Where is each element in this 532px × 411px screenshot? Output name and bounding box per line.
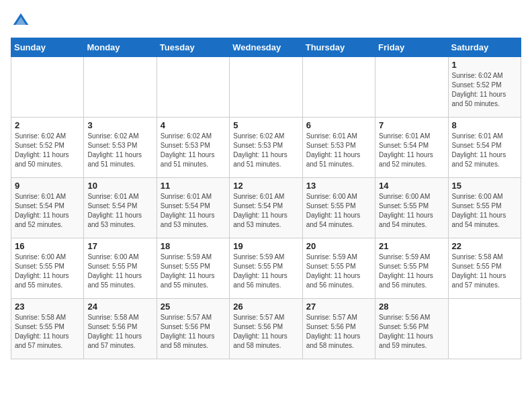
calendar-cell: 26Sunrise: 5:57 AM Sunset: 5:56 PM Dayli… [230, 299, 302, 359]
calendar-cell: 3Sunrise: 6:02 AM Sunset: 5:53 PM Daylig… [84, 118, 157, 178]
calendar-cell: 8Sunrise: 6:01 AM Sunset: 5:54 PM Daylig… [448, 118, 521, 178]
calendar-cell: 5Sunrise: 6:02 AM Sunset: 5:53 PM Daylig… [230, 118, 302, 178]
day-info: Sunrise: 6:00 AM Sunset: 5:55 PM Dayligh… [452, 192, 517, 230]
day-info: Sunrise: 6:02 AM Sunset: 5:53 PM Dayligh… [161, 132, 226, 169]
day-number: 3 [87, 120, 152, 130]
calendar-cell: 28Sunrise: 5:56 AM Sunset: 5:56 PM Dayli… [375, 299, 448, 359]
weekday-header-thursday: Thursday [302, 38, 375, 57]
weekday-header-sunday: Sunday [11, 38, 84, 57]
calendar-cell: 4Sunrise: 6:02 AM Sunset: 5:53 PM Daylig… [157, 118, 229, 178]
calendar-cell [448, 299, 521, 359]
weekday-header-tuesday: Tuesday [157, 38, 229, 57]
page-header [11, 11, 521, 31]
day-number: 13 [306, 181, 371, 191]
calendar-cell: 16Sunrise: 6:00 AM Sunset: 5:55 PM Dayli… [11, 238, 84, 299]
calendar-cell: 13Sunrise: 6:00 AM Sunset: 5:55 PM Dayli… [302, 178, 375, 238]
day-number: 7 [379, 120, 444, 130]
day-number: 5 [233, 120, 298, 130]
calendar-cell: 9Sunrise: 6:01 AM Sunset: 5:54 PM Daylig… [11, 178, 84, 238]
calendar-cell [157, 57, 229, 118]
day-info: Sunrise: 6:01 AM Sunset: 5:54 PM Dayligh… [233, 192, 298, 230]
day-info: Sunrise: 6:01 AM Sunset: 5:54 PM Dayligh… [379, 132, 444, 169]
calendar-cell: 14Sunrise: 6:00 AM Sunset: 5:55 PM Dayli… [375, 178, 448, 238]
weekday-header-monday: Monday [84, 38, 157, 57]
day-info: Sunrise: 6:00 AM Sunset: 5:55 PM Dayligh… [87, 253, 152, 290]
day-info: Sunrise: 5:59 AM Sunset: 5:55 PM Dayligh… [161, 253, 226, 290]
day-info: Sunrise: 6:01 AM Sunset: 5:54 PM Dayligh… [452, 132, 517, 169]
day-info: Sunrise: 5:58 AM Sunset: 5:55 PM Dayligh… [15, 313, 80, 351]
calendar-table: SundayMondayTuesdayWednesdayThursdayFrid… [11, 38, 521, 359]
day-info: Sunrise: 6:00 AM Sunset: 5:55 PM Dayligh… [15, 253, 80, 290]
day-info: Sunrise: 5:59 AM Sunset: 5:55 PM Dayligh… [233, 253, 298, 290]
calendar-cell: 11Sunrise: 6:01 AM Sunset: 5:54 PM Dayli… [157, 178, 229, 238]
calendar-cell: 20Sunrise: 5:59 AM Sunset: 5:55 PM Dayli… [302, 238, 375, 299]
weekday-header-friday: Friday [375, 38, 448, 57]
calendar-cell: 22Sunrise: 5:58 AM Sunset: 5:55 PM Dayli… [448, 238, 521, 299]
calendar-cell: 24Sunrise: 5:58 AM Sunset: 5:56 PM Dayli… [84, 299, 157, 359]
calendar-week-2: 2Sunrise: 6:02 AM Sunset: 5:52 PM Daylig… [11, 118, 521, 178]
day-number: 6 [306, 120, 371, 130]
day-info: Sunrise: 5:57 AM Sunset: 5:56 PM Dayligh… [161, 313, 226, 351]
calendar-week-4: 16Sunrise: 6:00 AM Sunset: 5:55 PM Dayli… [11, 238, 521, 299]
day-info: Sunrise: 6:01 AM Sunset: 5:54 PM Dayligh… [87, 192, 152, 230]
calendar-cell: 10Sunrise: 6:01 AM Sunset: 5:54 PM Dayli… [84, 178, 157, 238]
calendar-cell: 25Sunrise: 5:57 AM Sunset: 5:56 PM Dayli… [157, 299, 229, 359]
day-info: Sunrise: 5:58 AM Sunset: 5:55 PM Dayligh… [452, 253, 517, 290]
calendar-week-1: 1Sunrise: 6:02 AM Sunset: 5:52 PM Daylig… [11, 57, 521, 118]
day-number: 21 [379, 241, 444, 251]
day-number: 22 [452, 241, 517, 251]
calendar-cell [11, 57, 84, 118]
day-info: Sunrise: 5:57 AM Sunset: 5:56 PM Dayligh… [306, 313, 371, 351]
day-number: 27 [306, 302, 371, 312]
day-number: 23 [15, 302, 80, 312]
day-info: Sunrise: 6:02 AM Sunset: 5:53 PM Dayligh… [233, 132, 298, 169]
logo [11, 11, 34, 31]
calendar-week-3: 9Sunrise: 6:01 AM Sunset: 5:54 PM Daylig… [11, 178, 521, 238]
day-info: Sunrise: 5:58 AM Sunset: 5:56 PM Dayligh… [87, 313, 152, 351]
day-number: 4 [161, 120, 226, 130]
calendar-cell: 1Sunrise: 6:02 AM Sunset: 5:52 PM Daylig… [448, 57, 521, 118]
day-number: 25 [161, 302, 226, 312]
day-info: Sunrise: 6:01 AM Sunset: 5:53 PM Dayligh… [306, 132, 371, 169]
calendar-cell: 17Sunrise: 6:00 AM Sunset: 5:55 PM Dayli… [84, 238, 157, 299]
day-number: 26 [233, 302, 298, 312]
weekday-header-saturday: Saturday [448, 38, 521, 57]
calendar-cell: 19Sunrise: 5:59 AM Sunset: 5:55 PM Dayli… [230, 238, 302, 299]
calendar-cell [375, 57, 448, 118]
day-info: Sunrise: 6:01 AM Sunset: 5:54 PM Dayligh… [15, 192, 80, 230]
day-info: Sunrise: 6:02 AM Sunset: 5:53 PM Dayligh… [87, 132, 152, 169]
calendar-week-5: 23Sunrise: 5:58 AM Sunset: 5:55 PM Dayli… [11, 299, 521, 359]
day-info: Sunrise: 6:02 AM Sunset: 5:52 PM Dayligh… [452, 71, 517, 109]
day-number: 11 [161, 181, 226, 191]
day-info: Sunrise: 5:56 AM Sunset: 5:56 PM Dayligh… [379, 313, 444, 351]
calendar-body: 1Sunrise: 6:02 AM Sunset: 5:52 PM Daylig… [11, 57, 521, 359]
calendar-cell: 21Sunrise: 5:59 AM Sunset: 5:55 PM Dayli… [375, 238, 448, 299]
calendar-cell: 2Sunrise: 6:02 AM Sunset: 5:52 PM Daylig… [11, 118, 84, 178]
day-info: Sunrise: 6:01 AM Sunset: 5:54 PM Dayligh… [161, 192, 226, 230]
day-number: 19 [233, 241, 298, 251]
day-number: 18 [161, 241, 226, 251]
calendar-cell: 18Sunrise: 5:59 AM Sunset: 5:55 PM Dayli… [157, 238, 229, 299]
day-number: 28 [379, 302, 444, 312]
calendar-cell: 15Sunrise: 6:00 AM Sunset: 5:55 PM Dayli… [448, 178, 521, 238]
calendar-cell [230, 57, 302, 118]
day-info: Sunrise: 5:59 AM Sunset: 5:55 PM Dayligh… [306, 253, 371, 290]
calendar-cell [302, 57, 375, 118]
day-number: 12 [233, 181, 298, 191]
day-number: 17 [87, 241, 152, 251]
weekday-header-wednesday: Wednesday [230, 38, 302, 57]
day-info: Sunrise: 6:00 AM Sunset: 5:55 PM Dayligh… [379, 192, 444, 230]
day-info: Sunrise: 6:02 AM Sunset: 5:52 PM Dayligh… [15, 132, 80, 169]
logo-icon [11, 11, 31, 31]
day-number: 14 [379, 181, 444, 191]
calendar-cell: 27Sunrise: 5:57 AM Sunset: 5:56 PM Dayli… [302, 299, 375, 359]
day-number: 9 [15, 181, 80, 191]
day-number: 16 [15, 241, 80, 251]
calendar-cell: 7Sunrise: 6:01 AM Sunset: 5:54 PM Daylig… [375, 118, 448, 178]
calendar-cell [84, 57, 157, 118]
day-number: 2 [15, 120, 80, 130]
day-info: Sunrise: 6:00 AM Sunset: 5:55 PM Dayligh… [306, 192, 371, 230]
day-number: 1 [452, 60, 517, 70]
weekday-header-row: SundayMondayTuesdayWednesdayThursdayFrid… [11, 38, 521, 57]
day-number: 8 [452, 120, 517, 130]
